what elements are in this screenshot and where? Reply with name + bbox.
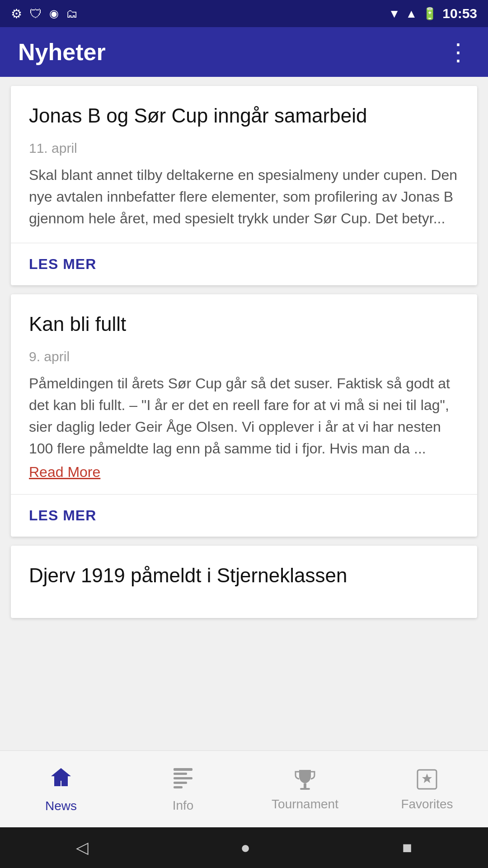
nav-label-info: Info xyxy=(173,798,194,813)
svg-rect-1 xyxy=(174,773,187,775)
nav-item-tournament[interactable]: Tournament xyxy=(244,751,366,827)
card-body-3: Djerv 1919 påmeldt i Stjerneklassen xyxy=(11,546,477,614)
more-options-button[interactable]: ⋮ xyxy=(446,38,470,66)
card-action-2: LES MER xyxy=(11,495,477,537)
card-text-1: Skal blant annet tilby deltakerne en spe… xyxy=(29,164,459,229)
app-bar: Nyheter ⋮ xyxy=(0,27,488,77)
status-bar-right: ▼ ▲ 🔋 10:53 xyxy=(389,6,477,21)
news-card-3: Djerv 1919 påmeldt i Stjerneklassen xyxy=(11,546,477,618)
card-text-2: Påmeldingen til årets Sør Cup går så det… xyxy=(29,373,459,459)
status-bar-left: ⚙ 🛡 ◉ 🗂 xyxy=(11,6,78,21)
card-action-1: LES MER xyxy=(11,243,477,285)
favorites-icon xyxy=(415,767,439,793)
signal-icon: ▲ xyxy=(406,7,418,21)
home-button[interactable]: ● xyxy=(240,838,250,857)
shield-icon: 🛡 xyxy=(29,6,42,21)
nav-label-tournament: Tournament xyxy=(272,797,338,811)
bottom-navigation: News Info Tournament xyxy=(0,750,488,827)
tournament-icon xyxy=(293,767,317,793)
nav-label-news: News xyxy=(45,799,77,813)
svg-rect-5 xyxy=(304,783,306,788)
card-date-2: 9. april xyxy=(29,349,459,364)
card-date-1: 11. april xyxy=(29,141,459,156)
nav-item-news[interactable]: News xyxy=(0,751,122,827)
card-body-2: Kan bli fullt 9. april Påmeldingen til å… xyxy=(11,294,477,494)
svg-rect-4 xyxy=(174,786,183,788)
read-more-inline-link[interactable]: Read More xyxy=(29,464,459,481)
card-title-2: Kan bli fullt xyxy=(29,312,459,336)
nav-item-favorites[interactable]: Favorites xyxy=(366,751,488,827)
card-title-1: Jonas B og Sør Cup inngår samarbeid xyxy=(29,104,459,128)
sync-icon: ◉ xyxy=(49,7,59,20)
content-area: Jonas B og Sør Cup inngår samarbeid 11. … xyxy=(0,77,488,750)
android-nav-bar: ◁ ● ■ xyxy=(0,827,488,868)
news-icon xyxy=(49,765,73,795)
news-card-2: Kan bli fullt 9. april Påmeldingen til å… xyxy=(11,294,477,537)
status-time: 10:53 xyxy=(442,6,477,21)
status-bar: ⚙ 🛡 ◉ 🗂 ▼ ▲ 🔋 10:53 xyxy=(0,0,488,27)
svg-rect-2 xyxy=(174,777,192,779)
card-title-3: Djerv 1919 påmeldt i Stjerneklassen xyxy=(29,564,459,588)
les-mer-button-1[interactable]: LES MER xyxy=(29,256,96,273)
svg-rect-3 xyxy=(174,782,187,784)
app-title: Nyheter xyxy=(18,38,106,66)
sdcard-icon: 🗂 xyxy=(66,7,78,21)
battery-icon: 🔋 xyxy=(422,7,437,21)
info-icon xyxy=(171,765,195,795)
nav-item-info[interactable]: Info xyxy=(122,751,244,827)
les-mer-button-2[interactable]: LES MER xyxy=(29,507,96,524)
news-card-1: Jonas B og Sør Cup inngår samarbeid 11. … xyxy=(11,86,477,285)
svg-rect-6 xyxy=(300,788,310,790)
settings-icon: ⚙ xyxy=(11,6,22,21)
back-button[interactable]: ◁ xyxy=(76,838,89,857)
recents-button[interactable]: ■ xyxy=(402,838,412,857)
wifi-icon: ▼ xyxy=(389,7,400,21)
card-body-1: Jonas B og Sør Cup inngår samarbeid 11. … xyxy=(11,86,477,243)
nav-label-favorites: Favorites xyxy=(401,797,453,811)
svg-rect-0 xyxy=(174,768,192,771)
svg-marker-8 xyxy=(422,774,432,783)
